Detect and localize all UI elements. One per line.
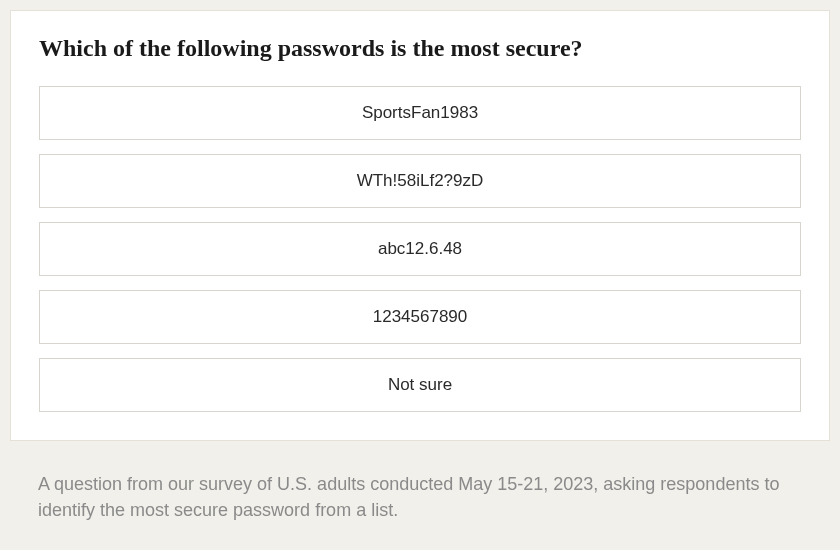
- options-list: SportsFan1983 WTh!58iLf2?9zD abc12.6.48 …: [39, 86, 801, 412]
- quiz-container: Which of the following passwords is the …: [0, 0, 840, 543]
- question-title: Which of the following passwords is the …: [39, 35, 801, 62]
- caption-area: A question from our survey of U.S. adult…: [10, 441, 830, 533]
- caption-text: A question from our survey of U.S. adult…: [38, 471, 802, 523]
- option-4[interactable]: 1234567890: [39, 290, 801, 344]
- option-3[interactable]: abc12.6.48: [39, 222, 801, 276]
- option-2[interactable]: WTh!58iLf2?9zD: [39, 154, 801, 208]
- quiz-card: Which of the following passwords is the …: [10, 10, 830, 441]
- option-1[interactable]: SportsFan1983: [39, 86, 801, 140]
- option-5[interactable]: Not sure: [39, 358, 801, 412]
